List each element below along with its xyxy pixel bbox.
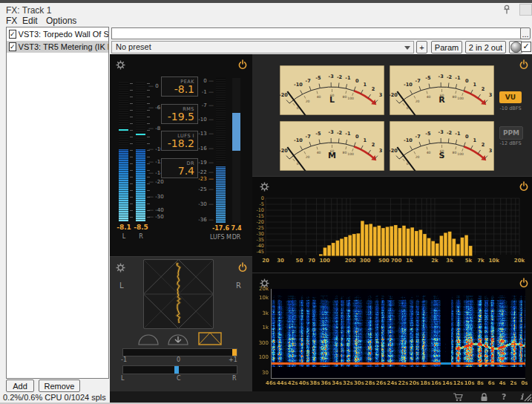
fx-list-item[interactable]: ✓VST3: TR5 Metering (IK Multime... [7,41,108,53]
menu-edit[interactable]: Edit [19,16,41,26]
gonio-mode-lissajous-icon[interactable] [198,331,222,346]
fx-item-label: VST3: TR5 Metering (IK Multime... [19,42,108,51]
svg-text:80: 80 [343,95,347,99]
preset-dropdown[interactable]: No preset [111,41,414,53]
lock-icon[interactable] [479,392,489,402]
svg-text:40: 40 [317,95,321,99]
svg-text:-40: -40 [256,243,264,249]
save-preset-button[interactable]: + [416,41,427,53]
menu-options[interactable]: Options [43,16,79,26]
sg-time-tick: 22s [397,380,409,386]
corr-min-label: -1 [121,356,127,363]
fx-chain-window: FX: Track 1 FX Edit Options ✓VST3: Torpe… [0,0,532,404]
svg-text:1: 1 [364,137,367,143]
resize-grip[interactable] [523,393,532,402]
svg-text:2: 2 [372,142,375,148]
svg-text:3: 3 [489,92,493,98]
lr-scale-tick: — -6 [148,105,160,111]
svg-text:1: 1 [473,137,477,143]
ppm-mode-button[interactable]: PPM [499,126,523,140]
peak-r-value: -8.5 [131,224,151,231]
svg-text:0: 0 [465,134,469,140]
power-icon[interactable] [237,262,248,273]
sg-time-tick: 36s [320,380,332,386]
cart-icon[interactable] [453,392,464,402]
menu-fx[interactable]: FX [3,16,20,26]
svg-text:100: 100 [457,97,464,100]
balance-meter [122,365,237,374]
svg-text:100: 100 [347,152,354,156]
svg-text:-7: -7 [305,134,310,140]
more-button[interactable]: ... [520,27,531,39]
svg-text:2: 2 [482,142,485,148]
fx-list-item[interactable]: ✓VST3: Torpedo Wall Of Sound (T... [7,28,108,40]
power-icon[interactable] [237,59,248,70]
sg-freq-tick: 20k [254,286,269,292]
gonio-mode-gauge-icon[interactable] [167,333,189,346]
svg-text:-3: -3 [328,129,333,135]
svg-text:20k: 20k [514,258,525,264]
window-top-edge [0,0,532,3]
meter-r-label: R [131,233,151,240]
svg-text:-20: -20 [390,92,398,98]
svg-text:-1: -1 [455,131,461,137]
svg-text:-25: -25 [256,225,264,231]
svg-text:-5: -5 [425,75,431,81]
settings-gear-icon[interactable] [115,262,126,273]
sg-time-tick: 32s [342,380,354,386]
svg-text:-10: -10 [404,82,413,88]
pin-icon[interactable] [503,4,513,15]
svg-text:0: 0 [355,78,359,84]
spectrum-chart: 0-5-10-15-20-25-30-35-40-452030507010020… [252,177,532,273]
lr-scale-tick: — -8 [148,126,160,131]
svg-text:0: 0 [465,78,469,84]
fx-enabled-checkbox[interactable]: ✓ [9,30,16,39]
ppm-ref-label: -12 dBFS [497,140,524,146]
svg-text:-3: -3 [438,129,443,135]
svg-text:70: 70 [308,258,315,264]
plugin-list[interactable]: ✓VST3: Torpedo Wall Of Sound (T...✓VST3:… [6,27,109,379]
svg-text:-20: -20 [256,219,264,225]
vu-meter-panel: -20-10-7-5-3-2-10123020406080100L -20-10… [252,54,532,176]
fx-item-label: VST3: Torpedo Wall Of Sound (T... [19,30,108,39]
svg-text:20: 20 [262,258,269,264]
sg-time-tick: 34s [331,380,343,386]
svg-text:-10: -10 [294,82,303,88]
plugin-footer-bar: ? i [110,391,532,403]
gonio-mode-dome-icon[interactable] [137,333,160,346]
lr-scale-tick: — -30 [148,194,164,200]
svg-text:2: 2 [372,86,375,92]
fx-comment-field[interactable] [111,27,522,39]
lr-scale-tick: — -40 [148,207,164,213]
readout-box-lufs-i: LUFS I-18.2 [161,131,198,151]
sg-time-tick: 8s [475,380,487,386]
svg-text:-15: -15 [256,213,264,219]
vu-meter-s: -20-10-7-5-3-2-10123020406080100S [390,121,494,171]
bypass-checkbox[interactable]: ✓ [521,42,531,52]
bal-l-label: L [121,375,124,382]
svg-text:40: 40 [317,151,321,154]
param-button[interactable]: Param [431,41,462,53]
sg-time-tick: 16s [430,380,442,386]
io-button[interactable]: 2 in 2 out [465,41,506,53]
remove-fx-button[interactable]: Remove [39,379,80,392]
vu-meter-l: -20-10-7-5-3-2-10123020406080100L [280,65,384,115]
svg-text:1k: 1k [406,258,413,264]
help-icon[interactable]: ? [502,392,506,402]
settings-gear-icon[interactable] [115,59,126,71]
vu-mode-button[interactable]: VU [499,91,522,103]
lr-scale-tick: — -20 [148,179,164,185]
add-fx-button[interactable]: Add [6,379,34,392]
sg-time-tick: 44s [276,380,288,386]
svg-text:-2: -2 [337,130,342,136]
svg-text:3: 3 [379,148,383,154]
sg-freq-tick: 300 [254,340,269,346]
wet-dry-knob[interactable] [510,42,522,53]
meter-ticks [130,83,133,220]
svg-text:-7: -7 [305,78,310,84]
lufs-scale-tick: -30 — [190,201,214,207]
power-icon[interactable] [519,278,529,288]
power-icon[interactable] [519,59,529,70]
fx-enabled-checkbox[interactable]: ✓ [9,42,16,51]
spectrum-panel: 0-5-10-15-20-25-30-35-40-452030507010020… [252,176,532,273]
